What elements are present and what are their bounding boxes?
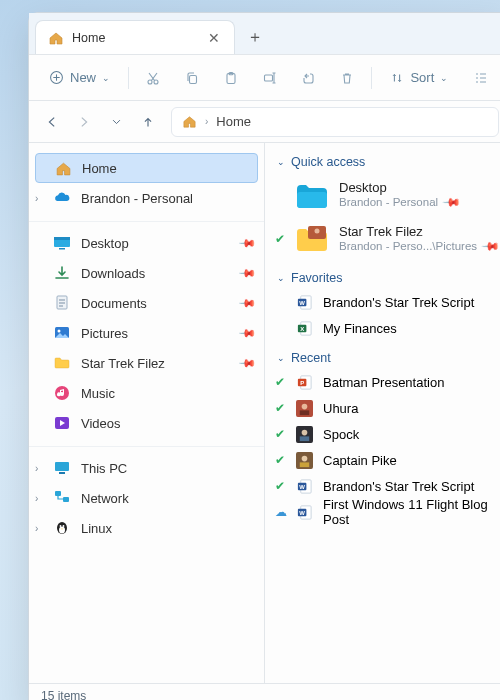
recent-item[interactable]: ✔Uhura bbox=[271, 395, 500, 421]
recent-item[interactable]: ✔Spock bbox=[271, 421, 500, 447]
item-title: Brandon's Star Trek Script bbox=[323, 295, 474, 310]
sidebar-item-label: Linux bbox=[81, 521, 254, 536]
sidebar-item-label: Star Trek Filez bbox=[81, 356, 240, 371]
favorite-item[interactable]: XMy Finances bbox=[271, 315, 500, 341]
item-title: Brandon's Star Trek Script bbox=[323, 479, 474, 494]
sidebar-item-desktop[interactable]: Desktop📌 bbox=[29, 228, 264, 258]
svg-point-22 bbox=[63, 525, 65, 527]
group-header-quick-access[interactable]: ⌄Quick access bbox=[271, 151, 500, 173]
item-title: Uhura bbox=[323, 401, 358, 416]
svg-rect-37 bbox=[299, 410, 308, 415]
share-button[interactable] bbox=[292, 62, 325, 94]
breadcrumb-current[interactable]: Home bbox=[216, 114, 251, 129]
svg-text:W: W bbox=[299, 483, 305, 489]
chevron-down-icon: ⌄ bbox=[277, 157, 285, 167]
up-button[interactable] bbox=[133, 107, 163, 137]
content-split: Home›Brandon - Personal Desktop📌Download… bbox=[29, 143, 500, 683]
delete-button[interactable] bbox=[331, 62, 364, 94]
sidebar-item-pictures[interactable]: Pictures📌 bbox=[29, 318, 264, 348]
sidebar-item-linux[interactable]: ›Linux bbox=[29, 513, 264, 543]
item-subtitle: Brandon - Perso...\Pictures📌 bbox=[339, 240, 497, 254]
sort-icon bbox=[390, 71, 404, 85]
chevron-right-icon: › bbox=[35, 463, 38, 474]
content-pane: ⌄Quick access DesktopBrandon - Personal📌… bbox=[265, 143, 500, 683]
close-tab-icon[interactable]: ✕ bbox=[204, 30, 224, 46]
chevron-right-icon: › bbox=[35, 493, 38, 504]
pin-icon: 📌 bbox=[480, 237, 500, 257]
sidebar-item-home[interactable]: Home bbox=[35, 153, 258, 183]
svg-rect-16 bbox=[59, 472, 65, 474]
chevron-right-icon: › bbox=[35, 193, 38, 204]
favorite-item[interactable]: WBrandon's Star Trek Script bbox=[271, 289, 500, 315]
forward-button[interactable] bbox=[69, 107, 99, 137]
excel-icon: X bbox=[295, 319, 313, 337]
sidebar-item-videos[interactable]: Videos bbox=[29, 408, 264, 438]
sync-check-icon: ✔ bbox=[275, 232, 285, 246]
item-title: Desktop bbox=[339, 180, 458, 196]
chevron-down-icon: ⌄ bbox=[440, 73, 448, 83]
sidebar-item-documents[interactable]: Documents📌 bbox=[29, 288, 264, 318]
recent-item[interactable]: ✔Captain Pike bbox=[271, 447, 500, 473]
nav-pane: Home›Brandon - Personal Desktop📌Download… bbox=[29, 143, 265, 683]
sync-check-icon: ✔ bbox=[275, 401, 285, 415]
svg-point-2 bbox=[154, 80, 158, 84]
chevron-right-icon: › bbox=[205, 116, 208, 127]
item-subtitle: Brandon - Personal📌 bbox=[339, 196, 458, 210]
separator bbox=[371, 67, 372, 89]
recent-item[interactable]: ☁WFirst Windows 11 Flight Blog Post bbox=[271, 499, 500, 525]
linux-icon bbox=[53, 519, 71, 537]
quick-access-item[interactable]: DesktopBrandon - Personal📌 bbox=[271, 173, 500, 217]
paste-button[interactable] bbox=[214, 62, 247, 94]
music-icon bbox=[53, 384, 71, 402]
separator bbox=[128, 67, 129, 89]
group-header-recent[interactable]: ⌄Recent bbox=[271, 347, 500, 369]
pc-icon bbox=[53, 459, 71, 477]
sync-check-icon: ✔ bbox=[275, 453, 285, 467]
recent-item[interactable]: ✔WBrandon's Star Trek Script bbox=[271, 473, 500, 499]
pin-icon: 📌 bbox=[237, 353, 256, 372]
status-bar: 15 items bbox=[29, 683, 500, 700]
photo2-icon bbox=[295, 425, 313, 443]
recent-item[interactable]: ✔PBatman Presentation bbox=[271, 369, 500, 395]
sidebar-item-network[interactable]: ›Network bbox=[29, 483, 264, 513]
svg-text:P: P bbox=[300, 379, 304, 385]
svg-point-1 bbox=[148, 80, 152, 84]
sidebar-item-label: Music bbox=[81, 386, 254, 401]
chevron-right-icon: › bbox=[35, 523, 38, 534]
pin-icon: 📌 bbox=[237, 233, 256, 252]
sidebar-item-this-pc[interactable]: ›This PC bbox=[29, 453, 264, 483]
sync-check-icon: ✔ bbox=[275, 427, 285, 441]
quick-access-item[interactable]: ✔Star Trek FilezBrandon - Perso...\Pictu… bbox=[271, 217, 500, 261]
group-header-favorites[interactable]: ⌄Favorites bbox=[271, 267, 500, 289]
view-button[interactable] bbox=[464, 62, 497, 94]
svg-rect-23 bbox=[297, 192, 327, 208]
svg-text:W: W bbox=[299, 509, 305, 515]
command-bar: New ⌄ Sort ⌄ bbox=[29, 55, 500, 101]
item-count: 15 items bbox=[41, 689, 86, 701]
sidebar-item-downloads[interactable]: Downloads📌 bbox=[29, 258, 264, 288]
sidebar-item-star-trek-filez[interactable]: Star Trek Filez📌 bbox=[29, 348, 264, 378]
new-button[interactable]: New ⌄ bbox=[39, 62, 120, 94]
chevron-down-icon: ⌄ bbox=[102, 73, 110, 83]
photo1-icon bbox=[295, 399, 313, 417]
sidebar-item-label: Home bbox=[82, 161, 247, 176]
tab-label: Home bbox=[72, 31, 196, 45]
sidebar-item-label: Documents bbox=[81, 296, 240, 311]
new-tab-button[interactable]: ＋ bbox=[241, 23, 269, 51]
address-bar[interactable]: › Home bbox=[171, 107, 499, 137]
desktop-icon bbox=[53, 234, 71, 252]
rename-button[interactable] bbox=[253, 62, 286, 94]
copy-button[interactable] bbox=[176, 62, 209, 94]
sidebar-item-brandon-personal[interactable]: ›Brandon - Personal bbox=[29, 183, 264, 213]
item-title: Batman Presentation bbox=[323, 375, 444, 390]
svg-rect-6 bbox=[264, 75, 272, 81]
cut-button[interactable] bbox=[137, 62, 170, 94]
word-icon: W bbox=[295, 477, 313, 495]
recent-locations-button[interactable] bbox=[101, 107, 131, 137]
item-title: Captain Pike bbox=[323, 453, 397, 468]
sidebar-item-music[interactable]: Music bbox=[29, 378, 264, 408]
svg-rect-43 bbox=[299, 462, 308, 467]
tab-home[interactable]: Home ✕ bbox=[35, 20, 235, 54]
sort-button[interactable]: Sort ⌄ bbox=[380, 62, 458, 94]
back-button[interactable] bbox=[37, 107, 67, 137]
